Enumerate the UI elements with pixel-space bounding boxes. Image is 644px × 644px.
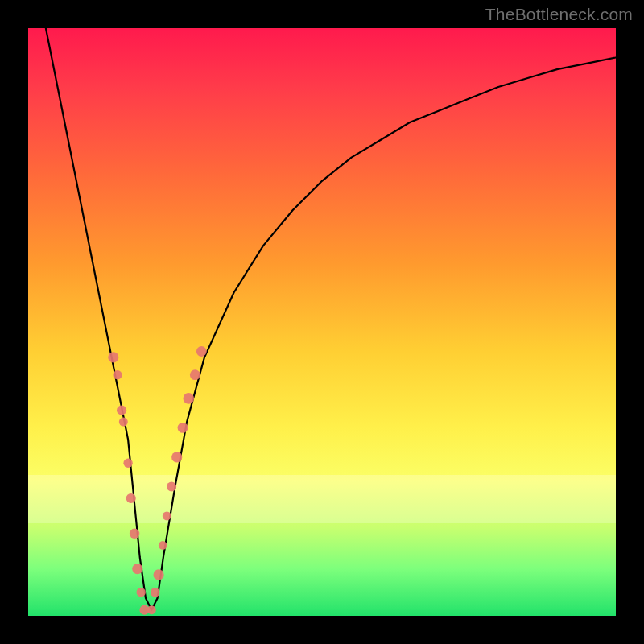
chart-frame: TheBottleneck.com bbox=[0, 0, 644, 644]
marker-dot bbox=[132, 564, 142, 574]
marker-dot bbox=[108, 352, 118, 362]
marker-dot bbox=[163, 511, 171, 520]
chart-svg bbox=[28, 28, 616, 616]
marker-dot bbox=[119, 418, 128, 427]
marker-dot bbox=[196, 346, 207, 357]
marker-dot bbox=[178, 423, 188, 433]
marker-dot bbox=[147, 605, 156, 614]
curve-path bbox=[46, 28, 616, 610]
marker-dot bbox=[123, 459, 132, 468]
marker-dot bbox=[167, 481, 176, 491]
watermark-text: TheBottleneck.com bbox=[485, 5, 633, 24]
marker-dot bbox=[154, 569, 164, 580]
marker-dot bbox=[126, 493, 136, 503]
marker-dot bbox=[184, 393, 195, 404]
bottleneck-curve bbox=[46, 28, 616, 610]
marker-dot bbox=[137, 588, 146, 597]
marker-dot bbox=[159, 541, 167, 550]
marker-dot bbox=[117, 405, 126, 415]
marker-dot bbox=[113, 370, 122, 379]
marker-dot bbox=[151, 588, 160, 597]
marker-dot bbox=[190, 369, 200, 380]
chart-plot-area bbox=[28, 28, 616, 616]
marker-dot bbox=[171, 452, 182, 462]
marker-dot bbox=[130, 529, 139, 539]
